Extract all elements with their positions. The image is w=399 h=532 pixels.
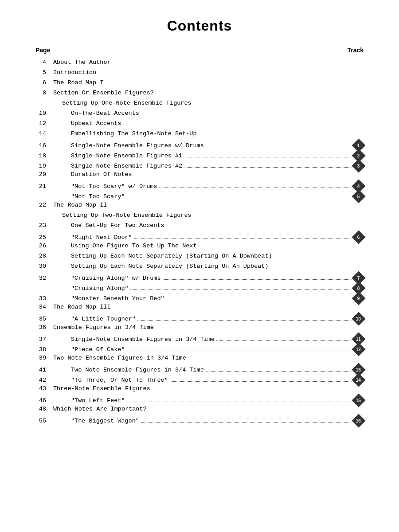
page: Contents Page Track 4About The Author5In… bbox=[0, 0, 399, 532]
track-number: 6 bbox=[357, 235, 360, 240]
list-item: 46"Two Left Feet"15 bbox=[35, 395, 364, 405]
entry-title: "A Little Tougher" bbox=[53, 316, 136, 322]
list-item: 38"Piece Of Cake"12 bbox=[35, 344, 364, 354]
entry-title: Upbeat Accents bbox=[53, 120, 121, 127]
page-number: 26 bbox=[35, 243, 53, 249]
dot-leader bbox=[206, 371, 352, 372]
entry-title: Embellishing The Single-Note Set-Up bbox=[53, 130, 197, 137]
list-item: 22The Road Map II bbox=[35, 202, 364, 211]
entry-content: Upbeat Accents bbox=[53, 120, 364, 127]
entry-content: Single-Note Ensemble Figures #12 bbox=[53, 151, 364, 160]
page-number: 23 bbox=[35, 222, 53, 229]
list-item: 4About The Author bbox=[35, 59, 364, 69]
dot-leader bbox=[170, 381, 352, 382]
list-item: 8Section Or Ensemble Figures? bbox=[35, 90, 364, 99]
page-number: 33 bbox=[35, 295, 53, 302]
track-number: 15 bbox=[356, 398, 361, 403]
track-number: 11 bbox=[356, 337, 361, 342]
entry-title: Single-Note Ensemble Figures in 3/4 Time bbox=[53, 336, 215, 343]
list-item: 26Using One Figure To Set Up The Next bbox=[35, 243, 364, 252]
list-item: 39Two-Note Ensemble Figures in 3/4 Time bbox=[35, 355, 364, 364]
entry-content: One Set-Up For Two Accents bbox=[53, 222, 364, 229]
entry-content: "The Biggest Wagon"16 bbox=[53, 416, 364, 426]
page-number: 6 bbox=[35, 79, 53, 86]
track-column-header: Track bbox=[347, 47, 364, 54]
entry-title: Single-Note Ensemble Figures #1 bbox=[53, 153, 182, 159]
page-number: 38 bbox=[35, 346, 53, 353]
entry-title: Duration Of Notes bbox=[53, 171, 132, 178]
page-number: 48 bbox=[35, 406, 53, 412]
track-badge: 16 bbox=[352, 414, 365, 427]
entry-title: "Two Left Feet" bbox=[53, 397, 125, 404]
entry-content: Duration Of Notes bbox=[53, 171, 364, 178]
entry-title: "Piece Of Cake" bbox=[53, 346, 125, 353]
list-item: "Not Too Scary"5 bbox=[35, 192, 364, 201]
list-item: 21"Not Too Scary" w/ Drums4 bbox=[35, 181, 364, 191]
toc-container: 4About The Author5Introduction6The Road … bbox=[35, 59, 364, 426]
page-number: 30 bbox=[35, 263, 53, 270]
entry-title: The Road Map I bbox=[53, 79, 103, 86]
entry-title: Which Notes Are Important? bbox=[53, 406, 147, 412]
page-number: 36 bbox=[35, 324, 53, 331]
page-number: 43 bbox=[35, 385, 53, 392]
page-number: 16 bbox=[35, 142, 53, 149]
list-item: 35"A Little Tougher"10 bbox=[35, 314, 364, 324]
track-number: 14 bbox=[356, 378, 361, 383]
page-number: 37 bbox=[35, 336, 53, 343]
track-badge: 9 bbox=[352, 291, 365, 305]
entry-content: Three-Note Ensemble Figures bbox=[53, 385, 364, 392]
entry-title: Introduction bbox=[53, 69, 96, 76]
page-number: 12 bbox=[35, 120, 53, 127]
list-item: 37Single-Note Ensemble Figures in 3/4 Ti… bbox=[35, 334, 364, 344]
list-item: 33"Monster Beneath Your Bed"9 bbox=[35, 293, 364, 303]
entry-content: Two-Note Ensemble Figures in 3/4 Time bbox=[53, 355, 364, 361]
dot-leader bbox=[141, 422, 352, 422]
dot-leader bbox=[134, 239, 352, 239]
entry-content: "Not Too Scary" w/ Drums4 bbox=[53, 181, 364, 191]
list-item: 12Upbeat Accents bbox=[35, 120, 364, 130]
track-number: 3 bbox=[357, 164, 360, 168]
entry-title: One Set-Up For Two Accents bbox=[53, 222, 164, 229]
list-item: 25"Right Next Door"6 bbox=[35, 232, 364, 242]
dot-leader bbox=[216, 340, 352, 341]
list-item: 6The Road Map I bbox=[35, 79, 364, 89]
dot-leader bbox=[184, 167, 352, 168]
entry-title: "The Biggest Wagon" bbox=[53, 418, 139, 424]
track-badge: 3 bbox=[352, 159, 365, 172]
list-item: Setting Up Two-Note Ensemble Figures bbox=[35, 212, 364, 222]
entry-title: Two-Note Ensemble Figures in 3/4 Time bbox=[53, 367, 204, 373]
entry-content: About The Author bbox=[53, 59, 364, 66]
page-number: 28 bbox=[35, 253, 53, 259]
dot-leader bbox=[137, 320, 352, 321]
list-item: 48Which Notes Are Important? bbox=[35, 406, 364, 415]
entry-content: Single-Note Ensemble Figures in 3/4 Time… bbox=[53, 334, 364, 344]
list-item: 55"The Biggest Wagon"16 bbox=[35, 416, 364, 426]
page-number: 21 bbox=[35, 183, 53, 190]
entry-content: "To Three, Or Not To Three"14 bbox=[53, 375, 364, 385]
track-number: 5 bbox=[357, 194, 360, 199]
entry-content: Using One Figure To Set Up The Next bbox=[53, 243, 364, 249]
list-item: 30Setting Up Each Note Separately (Start… bbox=[35, 263, 364, 273]
page-title: Contents bbox=[35, 18, 364, 34]
page-number: 46 bbox=[35, 397, 53, 404]
track-number: 9 bbox=[357, 296, 360, 301]
entry-content: "A Little Tougher"10 bbox=[53, 314, 364, 324]
entry-title: Using One Figure To Set Up The Next bbox=[53, 243, 197, 249]
list-item: Setting Up One-Note Ensemble Figures bbox=[35, 100, 364, 110]
track-number: 4 bbox=[357, 184, 360, 189]
entry-content: Two-Note Ensemble Figures in 3/4 Time13 bbox=[53, 365, 364, 375]
track-number: 2 bbox=[357, 153, 360, 158]
track-number: 16 bbox=[356, 419, 361, 423]
entry-title: Setting Up Each Note Separately (Startin… bbox=[53, 263, 269, 270]
entry-content: Which Notes Are Important? bbox=[53, 406, 364, 412]
dot-leader bbox=[127, 402, 352, 402]
dot-leader bbox=[127, 351, 352, 351]
list-item: 16Single-Note Ensemble Figures w/ Drums1 bbox=[35, 141, 364, 150]
entry-content: Setting Up Each Note Separately (Startin… bbox=[53, 263, 364, 270]
page-number: 32 bbox=[35, 275, 53, 282]
list-item: 10On-The-Beat Accents bbox=[35, 110, 364, 120]
entry-title: The Road Map III bbox=[53, 304, 111, 310]
list-item: 43Three-Note Ensemble Figures bbox=[35, 385, 364, 395]
list-item: 19Single-Note Ensemble Figures #23 bbox=[35, 161, 364, 171]
track-number: 10 bbox=[356, 317, 361, 321]
